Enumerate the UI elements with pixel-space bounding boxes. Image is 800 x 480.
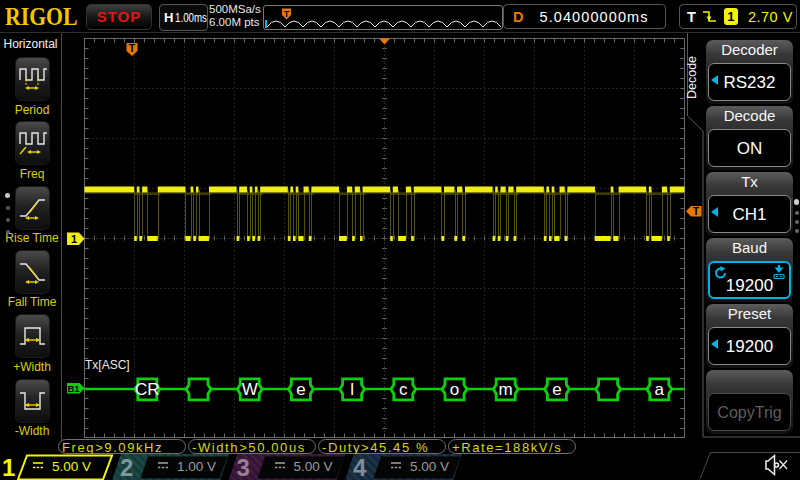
svg-text:B1: B1 <box>67 383 80 394</box>
svg-text:Tx[ASC]: Tx[ASC] <box>85 358 130 372</box>
svg-text:CR: CR <box>135 380 160 399</box>
svg-text:T: T <box>129 42 136 54</box>
svg-text:m: m <box>499 380 513 399</box>
svg-text:l: l <box>350 380 354 399</box>
svg-text:1: 1 <box>71 233 77 245</box>
svg-text:a: a <box>655 380 665 399</box>
svg-text:Decode: Decode <box>686 56 699 99</box>
svg-text:o: o <box>450 380 459 399</box>
svg-text:e: e <box>296 380 305 399</box>
svg-text:c: c <box>399 380 408 399</box>
svg-text:W: W <box>242 380 258 399</box>
svg-text:e: e <box>552 380 561 399</box>
